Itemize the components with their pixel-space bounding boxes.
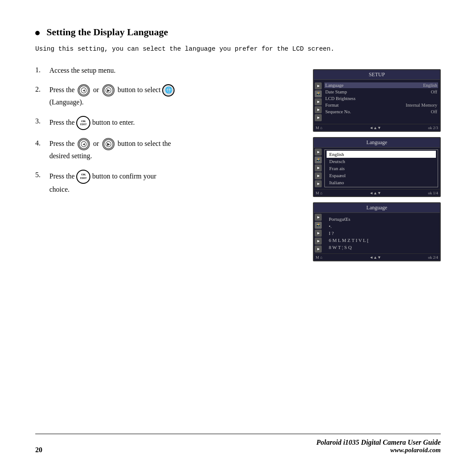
- lcd-icon-1: ▶: [315, 82, 322, 89]
- step-2: 2. Press the ◄ or: [35, 84, 295, 108]
- ok-edit-icon-2: OK EDIT: [76, 170, 90, 184]
- lcd-language2-screen: Language ▶ 📸 ▶ ▶ ▶ PortuguŒs •. I ?: [313, 202, 441, 261]
- lcd-lang1-item-2: Fran ais: [327, 165, 436, 172]
- step-1: 1. Access the setup menu.: [35, 65, 295, 76]
- lcd-setup-title: SETUP: [314, 70, 440, 80]
- step-2-content: Press the ◄ or: [49, 84, 295, 108]
- step-2-text-before: Press the: [49, 86, 74, 93]
- lcd-lang1-icons: ▶ 📸 ▶ ▶ ▶: [314, 148, 324, 189]
- svg-text:◄: ◄: [82, 142, 86, 146]
- footer-brand-url: www.polaroid.com: [316, 446, 441, 454]
- lcd-language1-body: ▶ 📸 ▶ ▶ ▶ English Deutsch Fran ais Espaæ…: [314, 148, 440, 189]
- lcd-lang1-list: English Deutsch Fran ais Espaæol Italian…: [324, 149, 438, 187]
- nav-right-icon: ▶: [102, 84, 115, 97]
- lcd-screens-column: SETUP ▶ 📸 ▶ ▶ ▶ Language English: [313, 69, 441, 261]
- step-2-text-after: (Language).: [49, 98, 84, 106]
- step-5-text-before: Press the: [49, 172, 74, 179]
- steps-list: 1. Access the setup menu. 2. Press the: [35, 65, 295, 195]
- lcd-language2-title: Language: [314, 203, 440, 213]
- step-1-text: Access the setup menu.: [49, 65, 295, 76]
- lcd-lang1-icon-5: ▶: [315, 180, 322, 187]
- step-3-text: Press the: [49, 118, 74, 126]
- step-5-text-mid: button to confirm your: [92, 172, 156, 179]
- lcd-language1-title: Language: [314, 138, 440, 148]
- lcd-lang2-footer-left: M ⌂: [316, 255, 323, 260]
- lcd-setup-row-2: LCD Brightness: [324, 96, 438, 101]
- footer-brand-title: Polaroid i1035 Digital Camera User Guide: [316, 439, 441, 446]
- lcd-icon-5: ▶: [315, 114, 322, 121]
- step-4-number: 4.: [35, 138, 44, 149]
- step-3-text-after: button to enter.: [92, 118, 134, 126]
- step-1-number: 1.: [35, 65, 44, 75]
- step-2-text-mid: button to select: [118, 86, 163, 93]
- lcd-setup-footer: M ⌂ ◄▲▼ ok 2/3: [314, 124, 440, 131]
- lcd-setup-footer-left: M ⌂: [316, 126, 323, 130]
- footer-brand: Polaroid i1035 Digital Camera User Guide…: [316, 439, 441, 454]
- lcd-lang1-icon-2: 📸: [315, 156, 322, 164]
- lcd-lang1-icon-1: ▶: [315, 149, 322, 156]
- step-4-content: Press the ◄ or: [49, 138, 295, 162]
- lcd-lang1-icon-3: ▶: [315, 164, 322, 171]
- step-5-number: 5.: [35, 170, 44, 180]
- step-3: 3. Press the OK EDIT button to enter.: [35, 116, 295, 130]
- lcd-lang1-footer-nav: ◄▲▼: [369, 191, 381, 195]
- step-2-number: 2.: [35, 84, 44, 95]
- lcd-lang2-list: PortuguŒs •. I ? 6 M L M Z T I V L [ 8 W…: [324, 215, 438, 252]
- lcd-setup-footer-ok: ok 2/3: [428, 126, 438, 130]
- content-area: 1. Access the setup menu. 2. Press the: [35, 65, 441, 261]
- svg-text:▶: ▶: [107, 89, 110, 93]
- lcd-lang1-item-3: Espaæol: [327, 172, 436, 179]
- page-number: 20: [35, 446, 42, 454]
- step-2-or: or: [93, 86, 100, 93]
- lcd-lang2-icon-2: 📸: [315, 222, 322, 229]
- step-3-content: Press the OK EDIT button to enter.: [49, 116, 295, 130]
- lcd-lang2-icon-1: ▶: [315, 214, 322, 221]
- step-4-or: or: [93, 140, 100, 147]
- lcd-icon-4: ▶: [315, 106, 322, 113]
- step-5: 5. Press the OK EDIT button to confirm y…: [35, 170, 295, 195]
- bullet-icon: [35, 31, 40, 35]
- lcd-lang1-icon-4: ▶: [315, 172, 322, 179]
- lcd-setup-row-0: Language English: [324, 82, 438, 88]
- lcd-lang2-icons: ▶ 📸 ▶ ▶ ▶: [314, 213, 324, 253]
- lcd-icon-2: 📸: [315, 90, 322, 97]
- lcd-lang2-icon-3: ▶: [315, 230, 322, 237]
- language-icon: 🌐: [162, 84, 175, 97]
- lcd-lang2-item-1: •.: [326, 223, 436, 230]
- lcd-lang1-footer-ok: ok 1/4: [428, 191, 438, 195]
- lcd-setup-row-4: Sequence No. Off: [324, 109, 438, 115]
- step-4: 4. Press the ◄ or: [35, 138, 295, 162]
- step-5-text-after: choice.: [49, 186, 70, 193]
- svg-text:◄: ◄: [82, 89, 86, 93]
- lcd-lang2-footer-ok: ok 2/4: [428, 255, 438, 260]
- step-4-text-after: desired setting.: [49, 152, 92, 160]
- lcd-setup-icons: ▶ 📸 ▶ ▶ ▶: [314, 82, 324, 122]
- lcd-language2-footer: M ⌂ ◄▲▼ ok 2/4: [314, 253, 440, 260]
- lcd-setup-row-1: Date Stamp Off: [324, 89, 438, 95]
- lcd-lang2-item-0: PortuguŒs: [326, 216, 436, 223]
- lcd-lang2-item-3: 6 M L M Z T I V L [: [326, 237, 436, 244]
- main-content: Setting the Display Language Using this …: [35, 26, 441, 434]
- lcd-lang2-icon-4: ▶: [315, 238, 322, 245]
- lcd-lang1-item-0: English: [327, 151, 436, 158]
- lcd-language1-footer: M ⌂ ◄▲▼ ok 1/4: [314, 189, 440, 196]
- nav-left-icon: ◄: [78, 84, 90, 97]
- step-4-text-mid: button to select the: [118, 140, 171, 147]
- lcd-setup-body: ▶ 📸 ▶ ▶ ▶ Language English: [314, 80, 440, 124]
- lcd-lang1-item-4: Italiano: [327, 179, 436, 186]
- lcd-setup-screen: SETUP ▶ 📸 ▶ ▶ ▶ Language English: [313, 69, 441, 132]
- lcd-lang1-item-1: Deutsch: [327, 158, 436, 165]
- steps-column: 1. Access the setup menu. 2. Press the: [35, 65, 295, 195]
- page: Setting the Display Language Using this …: [0, 0, 476, 476]
- lcd-lang2-item-4: 8 W T ¦ S Q: [326, 244, 436, 251]
- nav-left-icon-2: ◄: [78, 138, 90, 150]
- lcd-icon-3: ▶: [315, 98, 322, 105]
- lcd-lang2-footer-nav: ◄▲▼: [369, 255, 381, 260]
- lcd-setup-rows: Language English Date Stamp Off LCD Brig…: [324, 82, 440, 122]
- ok-edit-icon-1: OK EDIT: [76, 116, 90, 130]
- lcd-lang2-icon-5: ▶: [315, 245, 322, 253]
- step-3-number: 3.: [35, 116, 44, 126]
- nav-right-icon-2: ▶: [102, 138, 115, 150]
- page-footer: 20 Polaroid i1035 Digital Camera User Gu…: [35, 434, 441, 454]
- lcd-language2-body: ▶ 📸 ▶ ▶ ▶ PortuguŒs •. I ? 6 M L M Z T I…: [314, 213, 440, 253]
